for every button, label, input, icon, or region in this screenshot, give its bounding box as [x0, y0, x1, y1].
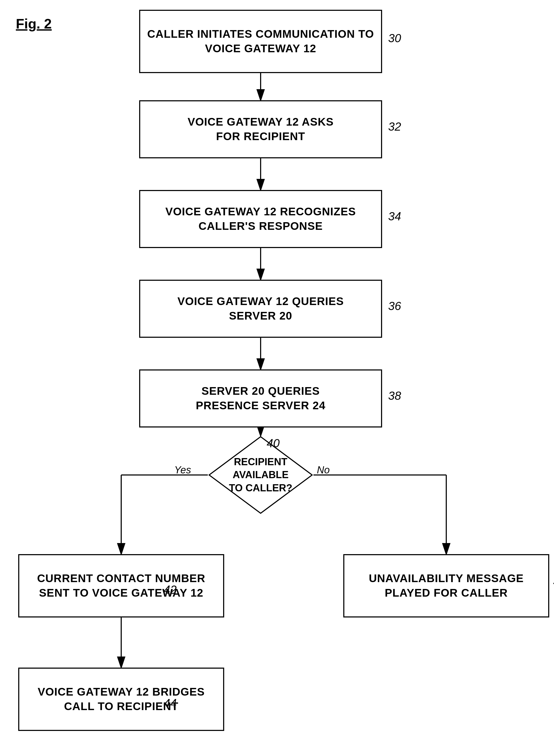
- box-38: SERVER 20 QUERIES PRESENCE SERVER 24: [139, 369, 382, 428]
- box-42: CURRENT CONTACT NUMBER SENT TO VOICE GAT…: [18, 554, 224, 618]
- box-34-text: VOICE GATEWAY 12 RECOGNIZES CALLER'S RES…: [165, 204, 356, 233]
- diamond-40: RECIPIENTAVAILABLETO CALLER?: [208, 435, 314, 514]
- no-label: No: [317, 464, 330, 476]
- ref-38: 38: [388, 389, 401, 402]
- box-36: VOICE GATEWAY 12 QUERIES SERVER 20: [139, 280, 382, 338]
- box-38-text: SERVER 20 QUERIES PRESENCE SERVER 24: [196, 384, 325, 413]
- box-42-text: CURRENT CONTACT NUMBER SENT TO VOICE GAT…: [37, 571, 205, 600]
- box-46: UNAVAILABILITY MESSAGE PLAYED FOR CALLER: [343, 554, 549, 618]
- box-32-text: VOICE GATEWAY 12 ASKS FOR RECIPIENT: [187, 115, 334, 143]
- box-44: VOICE GATEWAY 12 BRIDGES CALL TO RECIPIE…: [18, 668, 224, 731]
- diamond-40-text: RECIPIENTAVAILABLETO CALLER?: [229, 455, 292, 495]
- ref-36: 36: [388, 300, 401, 313]
- ref-30: 30: [388, 32, 401, 45]
- box-36-text: VOICE GATEWAY 12 QUERIES SERVER 20: [177, 294, 344, 323]
- yes-label: Yes: [174, 464, 191, 476]
- flowchart: Fig. 2 CALLER INITIATES COMMUNICATI: [0, 0, 554, 756]
- box-30: CALLER INITIATES COMMUNICATION TO VOICE …: [139, 10, 382, 73]
- box-30-text: CALLER INITIATES COMMUNICATION TO VOICE …: [147, 27, 374, 56]
- ref-44: 44: [164, 697, 177, 710]
- box-34: VOICE GATEWAY 12 RECOGNIZES CALLER'S RES…: [139, 190, 382, 248]
- box-44-text: VOICE GATEWAY 12 BRIDGES CALL TO RECIPIE…: [38, 685, 205, 713]
- ref-42: 42: [164, 583, 177, 596]
- box-46-text: UNAVAILABILITY MESSAGE PLAYED FOR CALLER: [369, 571, 524, 600]
- box-32: VOICE GATEWAY 12 ASKS FOR RECIPIENT: [139, 100, 382, 158]
- ref-32: 32: [388, 120, 401, 133]
- ref-34: 34: [388, 210, 401, 223]
- ref-40: 40: [267, 437, 280, 450]
- figure-label: Fig. 2: [16, 16, 52, 32]
